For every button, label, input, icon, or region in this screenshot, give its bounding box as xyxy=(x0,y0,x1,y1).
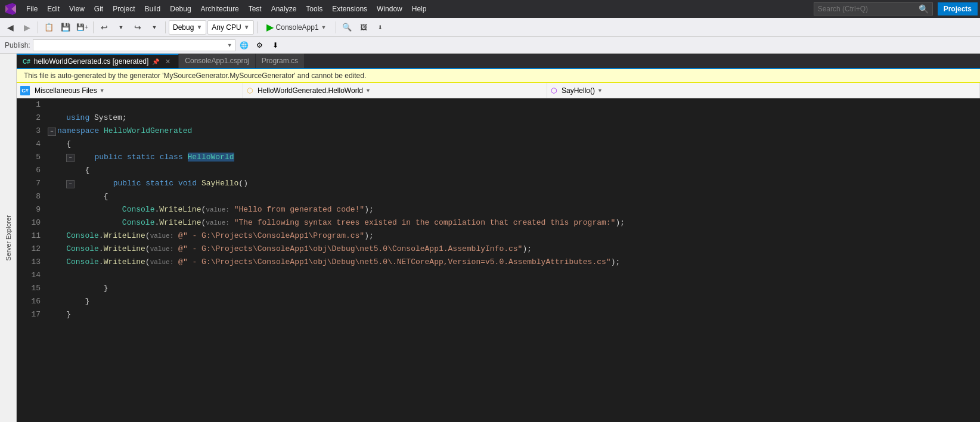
menu-project[interactable]: Project xyxy=(108,2,139,15)
menu-view[interactable]: View xyxy=(64,2,89,15)
publish-globe-button[interactable]: 🌐 xyxy=(238,39,251,52)
method-arrow-icon: ▼ xyxy=(597,88,603,94)
menu-help[interactable]: Help xyxy=(407,2,432,15)
code-line-5: 5 − public static class HelloWorld xyxy=(17,151,980,164)
menu-window[interactable]: Window xyxy=(372,2,407,15)
namespace-label: Miscellaneous Files xyxy=(35,86,97,95)
code-line-12: 12 Console.WriteLine(value: @" - G:\Proj… xyxy=(17,243,980,256)
fold-3-button[interactable]: − xyxy=(48,128,56,136)
main-toolbar: ◀ ▶ 📋 💾 💾+ ↩ ▼ ↪ ▼ Debug ▼ Any CPU ▼ ▶ C… xyxy=(0,18,980,37)
pin-icon[interactable]: 📌 xyxy=(152,58,159,65)
image-button[interactable]: 🖼 xyxy=(356,20,371,35)
code-line-4: 4 { xyxy=(17,138,980,151)
tab-label-2: ConsoleApp1.csproj xyxy=(185,57,249,65)
undo-button[interactable]: ↩ xyxy=(97,20,112,35)
method-dropdown[interactable]: ⬡ SayHello() ▼ xyxy=(547,83,980,98)
menu-debug[interactable]: Debug xyxy=(165,2,196,15)
csharp-icon: C# xyxy=(23,58,30,65)
back-button[interactable]: ◀ xyxy=(2,20,18,35)
code-area[interactable]: 1 2 using System; 3 −namespace HelloWorl… xyxy=(17,98,980,422)
publish-toolbar: Publish: ▼ 🌐 ⚙ ⬇ xyxy=(0,37,980,54)
publish-settings-button[interactable]: ⚙ xyxy=(253,39,266,52)
menu-bar: File Edit View Git Project Build Debug A… xyxy=(0,0,980,18)
debug-config-dropdown[interactable]: Debug ▼ xyxy=(169,20,206,35)
tab-label-1: helloWorldGenerated.cs [generated] xyxy=(34,57,149,66)
fold-7-button[interactable]: − xyxy=(66,180,75,188)
class-arrow-icon: ▼ xyxy=(365,88,371,94)
menu-file[interactable]: File xyxy=(21,2,42,15)
toolbar-separator-4 xyxy=(257,21,258,33)
platform-label: Any CPU xyxy=(212,23,241,32)
class-label: HelloWorldGenerated.HelloWorld xyxy=(258,86,363,95)
undo-dropdown-button[interactable]: ▼ xyxy=(113,20,129,35)
warning-bar: This file is auto-generated by the gener… xyxy=(17,69,980,83)
server-explorer-label[interactable]: Server Explorer xyxy=(5,210,12,265)
main-area: Server Explorer C# helloWorldGenerated.c… xyxy=(0,54,980,422)
menu-extensions[interactable]: Extensions xyxy=(327,2,372,15)
publish-extra-button[interactable]: ⬇ xyxy=(269,39,282,52)
tab-consoleapp1-csproj[interactable]: ConsoleApp1.csproj xyxy=(179,54,255,68)
fold-5-button[interactable]: − xyxy=(66,154,75,162)
tab-helloworldgenerated[interactable]: C# helloWorldGenerated.cs [generated] 📌 … xyxy=(17,54,179,68)
method-label: SayHello() xyxy=(562,86,595,95)
search-icon: 🔍 xyxy=(919,4,929,14)
code-line-7: 7 − public static void SayHello() xyxy=(17,177,980,190)
warning-text: This file is auto-generated by the gener… xyxy=(24,72,366,80)
forward-button[interactable]: ▶ xyxy=(19,20,35,35)
save-all-button[interactable]: 💾+ xyxy=(75,20,90,35)
redo-dropdown-button[interactable]: ▼ xyxy=(147,20,162,35)
code-line-16: 16 } xyxy=(17,295,980,308)
toolbar-separator-2 xyxy=(93,21,94,33)
publish-dropdown-icon: ▼ xyxy=(227,42,232,48)
find-button[interactable]: 🔍 xyxy=(339,20,355,35)
chevron-down-icon: ▼ xyxy=(244,24,250,30)
search-box[interactable]: 🔍 xyxy=(814,2,933,15)
tab-program-cs[interactable]: Program.cs xyxy=(256,54,305,68)
projects-button[interactable]: Projects xyxy=(938,2,978,15)
code-line-8: 8 { xyxy=(17,190,980,203)
code-editor[interactable]: 1 2 using System; 3 −namespace HelloWorl… xyxy=(17,98,980,422)
redo-button[interactable]: ↪ xyxy=(130,20,145,35)
method-icon: ⬡ xyxy=(551,86,557,95)
namespace-arrow-icon: ▼ xyxy=(100,88,105,94)
vs-logo xyxy=(2,1,19,17)
dropdown-extra-button[interactable]: ⬇ xyxy=(373,20,388,35)
menu-architecture[interactable]: Architecture xyxy=(196,2,244,15)
code-line-1: 1 xyxy=(17,98,980,111)
chevron-down-icon: ▼ xyxy=(196,24,202,30)
platform-dropdown[interactable]: Any CPU ▼ xyxy=(207,20,253,35)
code-line-15: 15 } xyxy=(17,282,980,295)
tab-label-3: Program.cs xyxy=(262,57,298,65)
code-line-17: 17 } xyxy=(17,308,980,321)
namespace-dropdown[interactable]: C# Miscellaneous Files ▼ xyxy=(17,83,243,98)
class-icon: ⬡ xyxy=(247,86,253,95)
save-button[interactable]: 💾 xyxy=(58,20,73,35)
menu-edit[interactable]: Edit xyxy=(42,2,64,15)
run-dropdown-icon: ▼ xyxy=(321,24,327,30)
search-input[interactable] xyxy=(818,5,919,13)
menu-git[interactable]: Git xyxy=(89,2,108,15)
play-icon: ▶ xyxy=(266,21,274,33)
undo-files-button[interactable]: 📋 xyxy=(41,20,57,35)
run-target-label: ConsoleApp1 xyxy=(276,23,319,32)
publish-label: Publish: xyxy=(5,41,30,49)
run-button[interactable]: ▶ ConsoleApp1 ▼ xyxy=(260,20,333,35)
tab-bar: C# helloWorldGenerated.cs [generated] 📌 … xyxy=(17,54,980,69)
code-line-6: 6 { xyxy=(17,164,980,177)
code-line-13: 13 Console.WriteLine(value: @" - G:\Proj… xyxy=(17,256,980,269)
class-dropdown[interactable]: ⬡ HelloWorldGenerated.HelloWorld ▼ xyxy=(243,83,547,98)
menu-test[interactable]: Test xyxy=(244,2,266,15)
toolbar-separator-3 xyxy=(165,21,166,33)
publish-input[interactable]: ▼ xyxy=(33,39,235,51)
csharp-file-icon: C# xyxy=(20,86,30,95)
menu-analyze[interactable]: Analyze xyxy=(266,2,302,15)
menu-build[interactable]: Build xyxy=(140,2,166,15)
server-explorer-panel[interactable]: Server Explorer xyxy=(0,54,17,422)
code-line-2: 2 using System; xyxy=(17,111,980,125)
code-line-11: 11 Console.WriteLine(value: @" - G:\Proj… xyxy=(17,229,980,243)
nav-bar: C# Miscellaneous Files ▼ ⬡ HelloWorldGen… xyxy=(17,83,980,98)
code-line-9: 9 Console.WriteLine(value: "Hello from g… xyxy=(17,203,980,216)
close-tab-1-button[interactable]: ✕ xyxy=(163,57,172,66)
menu-tools[interactable]: Tools xyxy=(301,2,327,15)
code-line-10: 10 Console.WriteLine(value: "The followi… xyxy=(17,216,980,229)
